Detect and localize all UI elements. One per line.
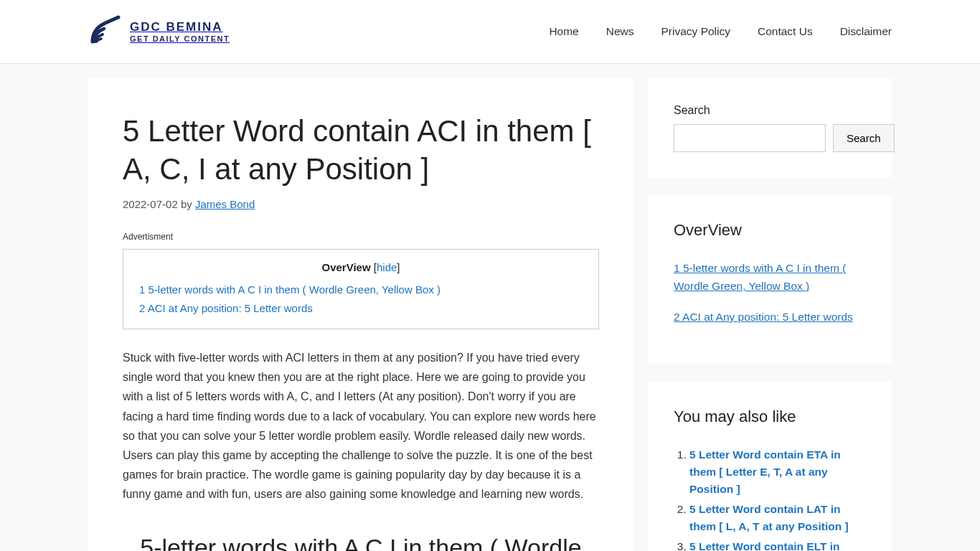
nav-contact[interactable]: Contact Us (758, 25, 813, 38)
toc-title: OverView (322, 261, 371, 273)
related-link-2[interactable]: 5 Letter Word contain LAT in them [ L, A… (689, 503, 849, 532)
related-link-1[interactable]: 5 Letter Word contain ETA in them [ Lett… (689, 448, 841, 495)
related-item: 5 Letter Word contain ELT in them (689, 538, 866, 551)
advert-label: Advertisment (123, 232, 599, 242)
related-item: 5 Letter Word contain LAT in them [ L, A… (689, 501, 866, 535)
section-heading: 5-letter words with A C I in them ( Word… (123, 532, 599, 552)
related-widget: You may also like 5 Letter Word contain … (648, 382, 892, 551)
logo-subtitle: GET DAILY CONTENT (130, 34, 230, 43)
toc-item: 1 5-letter words with A C I in them ( Wo… (139, 281, 583, 299)
search-widget: Search Search (648, 78, 892, 178)
related-link-3[interactable]: 5 Letter Word contain ELT in them (689, 540, 840, 551)
toc-item: 2 ACI at Any position: 5 Letter words (139, 299, 583, 318)
article-by: by (181, 198, 192, 210)
search-input[interactable] (674, 124, 826, 152)
article-body: Stuck with five-letter words with ACI le… (123, 348, 599, 504)
article-author-link[interactable]: James Bond (195, 198, 255, 210)
toc-hide-link[interactable]: hide (377, 261, 397, 273)
site-header: GDC BEMINA GET DAILY CONTENT Home News P… (0, 0, 980, 64)
main-nav: Home News Privacy Policy Contact Us Disc… (549, 25, 892, 38)
overview-item: 1 5-letter words with A C I in them ( Wo… (674, 260, 866, 296)
article-date: 2022-07-02 (123, 198, 178, 210)
related-item: 5 Letter Word contain ETA in them [ Lett… (689, 446, 866, 498)
search-label: Search (674, 104, 866, 117)
overview-title: OverView (674, 221, 866, 240)
nav-disclaimer[interactable]: Disclaimer (840, 25, 892, 38)
article-main: 5 Letter Word contain ACI in them [ A, C… (88, 78, 633, 551)
overview-widget: OverView 1 5-letter words with A C I in … (648, 195, 892, 364)
article-meta: 2022-07-02 by James Bond (123, 198, 599, 210)
logo-icon (88, 14, 123, 49)
logo-title: GDC BEMINA (130, 20, 230, 34)
related-title: You may also like (674, 408, 866, 426)
sidebar: Search Search OverView 1 5-letter words … (648, 78, 892, 551)
overview-item: 2 ACI at Any position: 5 Letter words (674, 309, 866, 326)
article-title: 5 Letter Word contain ACI in them [ A, C… (123, 113, 599, 188)
nav-news[interactable]: News (606, 25, 634, 38)
nav-home[interactable]: Home (549, 25, 578, 38)
overview-link-1[interactable]: 1 5-letter words with A C I in them ( Wo… (674, 262, 846, 292)
toc-link-2[interactable]: 2 ACI at Any position: 5 Letter words (139, 302, 313, 314)
site-logo-link[interactable]: GDC BEMINA GET DAILY CONTENT (88, 14, 230, 49)
table-of-contents: OverView [hide] 1 5-letter words with A … (123, 249, 599, 329)
nav-privacy[interactable]: Privacy Policy (661, 25, 730, 38)
overview-link-2[interactable]: 2 ACI at Any position: 5 Letter words (674, 311, 853, 323)
toc-link-1[interactable]: 1 5-letter words with A C I in them ( Wo… (139, 283, 440, 296)
search-button[interactable]: Search (833, 124, 895, 152)
